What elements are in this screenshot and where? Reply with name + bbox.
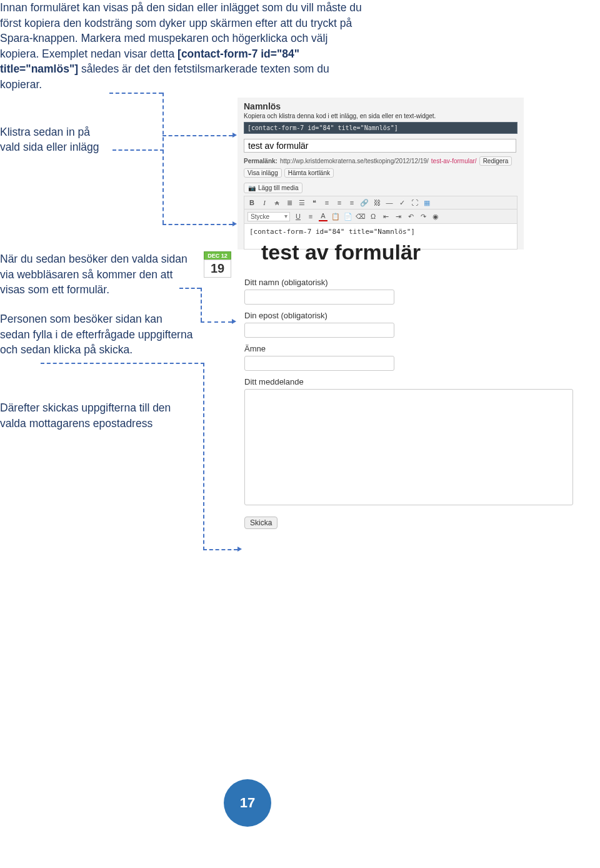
- bold-icon[interactable]: B: [248, 198, 256, 207]
- intro-paragraph: Innan formuläret kan visas på den sidan …: [0, 0, 362, 92]
- numbers-icon[interactable]: ☰: [298, 198, 306, 207]
- paste-word-icon[interactable]: 📄: [344, 212, 352, 221]
- submit-button[interactable]: Skicka: [244, 517, 278, 529]
- shortcode-help: Kopiera och klistra denna kod i ett inlä…: [238, 113, 524, 122]
- connector: [41, 363, 204, 364]
- camera-icon: 📷: [248, 184, 256, 191]
- subject-input[interactable]: [244, 356, 394, 371]
- help-icon[interactable]: ◉: [431, 212, 440, 221]
- spell-icon[interactable]: ✓: [398, 198, 406, 207]
- add-media-label: Lägg till media: [258, 184, 298, 191]
- view-post-button[interactable]: Visa inlägg: [244, 168, 282, 178]
- post-title: test av formulär: [261, 240, 421, 265]
- message-textarea[interactable]: [244, 389, 573, 505]
- format-select[interactable]: Stycke: [248, 212, 290, 221]
- add-media-button[interactable]: 📷 Lägg till media: [244, 183, 302, 193]
- contact-form: Ditt namn (obligatorisk) Din epost (obli…: [244, 271, 579, 529]
- connector: [109, 93, 162, 94]
- justify-icon[interactable]: ≡: [306, 212, 315, 221]
- strike-icon[interactable]: ᴀ: [272, 198, 281, 207]
- email-input[interactable]: [244, 323, 394, 338]
- email-label: Din epost (obligatorisk): [244, 311, 579, 320]
- more-icon[interactable]: —: [385, 198, 394, 207]
- special-char-icon[interactable]: Ω: [369, 212, 378, 221]
- edit-permalink-button[interactable]: Redigera: [479, 156, 512, 166]
- align-right-icon[interactable]: ≡: [348, 198, 356, 207]
- connector: [201, 321, 232, 323]
- visit-instruction: När du sedan besöker den valda sidan via…: [0, 251, 188, 298]
- name-label: Ditt namn (obligatorisk): [244, 278, 579, 287]
- permalink-label: Permalänk:: [244, 158, 278, 164]
- connector: [162, 135, 232, 136]
- permalink-slug: test-av-formular/: [431, 158, 477, 164]
- indent-icon[interactable]: ⇥: [394, 212, 402, 221]
- outdent-icon[interactable]: ⇤: [381, 212, 390, 221]
- align-left-icon[interactable]: ≡: [322, 198, 331, 207]
- arrow-icon: [232, 133, 237, 138]
- permalink-row: Permalänk: http://wp.kristdemokraterna.s…: [238, 156, 524, 181]
- page-number: 17: [224, 779, 271, 827]
- connector: [162, 224, 232, 225]
- clear-format-icon[interactable]: ⌫: [356, 212, 365, 221]
- paste-line1: Klistra sedan in på: [0, 125, 99, 140]
- quote-icon[interactable]: ❝: [310, 198, 319, 207]
- undo-icon[interactable]: ↶: [406, 212, 415, 221]
- send-instruction: Därefter skickas uppgifterna till den va…: [0, 400, 175, 431]
- connector: [112, 149, 164, 151]
- date-day: 19: [204, 260, 231, 278]
- textcolor-icon[interactable]: A: [319, 211, 328, 221]
- editor-toolbar-row2: Stycke U ≡ A 📋 📄 ⌫ Ω ⇤ ⇥ ↶ ↷ ◉: [244, 209, 518, 224]
- italic-icon[interactable]: I: [260, 198, 269, 207]
- date-badge: DEC 12 19: [204, 251, 231, 278]
- kitchen-sink-icon[interactable]: ▦: [422, 198, 431, 207]
- unlink-icon[interactable]: ⛓: [372, 198, 381, 207]
- connector: [203, 363, 204, 550]
- connector: [201, 288, 202, 321]
- subject-label: Ämne: [244, 344, 579, 353]
- shortcode-box[interactable]: [contact-form-7 id="84" title="Namnlös"]: [244, 122, 518, 134]
- bullets-icon[interactable]: ≣: [285, 198, 294, 207]
- editor-toolbar-row1: B I ᴀ ≣ ☰ ❝ ≡ ≡ ≡ 🔗 ⛓ — ✓ ⛶ ▦: [244, 196, 518, 209]
- link-icon[interactable]: 🔗: [360, 198, 369, 207]
- arrow-icon: [232, 319, 236, 324]
- paste-line2: vald sida eller inlägg: [0, 140, 99, 155]
- message-label: Ditt meddelande: [244, 377, 579, 386]
- connector: [179, 288, 201, 289]
- arrow-icon: [232, 221, 237, 226]
- fill-instruction: Personen som besöker sidan kan sedan fyl…: [0, 311, 194, 358]
- align-center-icon[interactable]: ≡: [335, 198, 344, 207]
- fullscreen-icon[interactable]: ⛶: [410, 198, 419, 207]
- post-title-input[interactable]: [244, 139, 516, 153]
- redo-icon[interactable]: ↷: [419, 212, 428, 221]
- arrow-icon: [238, 547, 242, 552]
- date-month: DEC 12: [204, 251, 231, 260]
- connector: [162, 93, 164, 224]
- underline-icon[interactable]: U: [294, 212, 302, 221]
- wp-editor-screenshot: Namnlös Kopiera och klistra denna kod i …: [238, 98, 524, 250]
- name-input[interactable]: [244, 290, 394, 305]
- connector: [203, 549, 238, 550]
- paste-text-icon[interactable]: 📋: [331, 212, 340, 221]
- form-title: Namnlös: [238, 98, 524, 113]
- shortlink-button[interactable]: Hämta kortlänk: [284, 168, 334, 178]
- permalink-url: http://wp.kristdemokraterna.se/testkopin…: [280, 158, 429, 164]
- paste-instruction: Klistra sedan in på vald sida eller inlä…: [0, 125, 99, 154]
